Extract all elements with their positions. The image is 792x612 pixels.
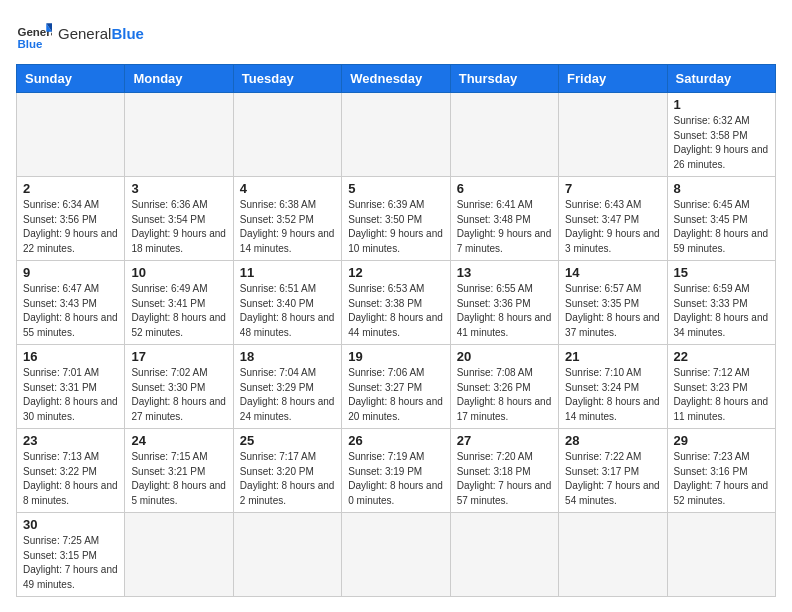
day-info: Sunrise: 7:17 AM Sunset: 3:20 PM Dayligh…	[240, 450, 335, 508]
day-info: Sunrise: 6:38 AM Sunset: 3:52 PM Dayligh…	[240, 198, 335, 256]
day-info: Sunrise: 6:51 AM Sunset: 3:40 PM Dayligh…	[240, 282, 335, 340]
week-row-1: 2Sunrise: 6:34 AM Sunset: 3:56 PM Daylig…	[17, 177, 776, 261]
day-number: 17	[131, 349, 226, 364]
day-cell: 5Sunrise: 6:39 AM Sunset: 3:50 PM Daylig…	[342, 177, 450, 261]
weekday-header-friday: Friday	[559, 65, 667, 93]
day-cell	[125, 93, 233, 177]
day-info: Sunrise: 6:43 AM Sunset: 3:47 PM Dayligh…	[565, 198, 660, 256]
day-info: Sunrise: 6:39 AM Sunset: 3:50 PM Dayligh…	[348, 198, 443, 256]
day-number: 15	[674, 265, 769, 280]
day-number: 4	[240, 181, 335, 196]
logo: General Blue GeneralBlue	[16, 16, 144, 52]
day-info: Sunrise: 7:04 AM Sunset: 3:29 PM Dayligh…	[240, 366, 335, 424]
week-row-0: 1Sunrise: 6:32 AM Sunset: 3:58 PM Daylig…	[17, 93, 776, 177]
day-number: 14	[565, 265, 660, 280]
day-info: Sunrise: 7:06 AM Sunset: 3:27 PM Dayligh…	[348, 366, 443, 424]
weekday-header-row: SundayMondayTuesdayWednesdayThursdayFrid…	[17, 65, 776, 93]
day-number: 24	[131, 433, 226, 448]
day-info: Sunrise: 7:12 AM Sunset: 3:23 PM Dayligh…	[674, 366, 769, 424]
day-info: Sunrise: 6:41 AM Sunset: 3:48 PM Dayligh…	[457, 198, 552, 256]
day-info: Sunrise: 7:22 AM Sunset: 3:17 PM Dayligh…	[565, 450, 660, 508]
day-number: 13	[457, 265, 552, 280]
day-cell: 8Sunrise: 6:45 AM Sunset: 3:45 PM Daylig…	[667, 177, 775, 261]
week-row-2: 9Sunrise: 6:47 AM Sunset: 3:43 PM Daylig…	[17, 261, 776, 345]
day-cell: 15Sunrise: 6:59 AM Sunset: 3:33 PM Dayli…	[667, 261, 775, 345]
day-cell: 25Sunrise: 7:17 AM Sunset: 3:20 PM Dayli…	[233, 429, 341, 513]
calendar-table: SundayMondayTuesdayWednesdayThursdayFrid…	[16, 64, 776, 597]
day-cell: 21Sunrise: 7:10 AM Sunset: 3:24 PM Dayli…	[559, 345, 667, 429]
day-number: 27	[457, 433, 552, 448]
day-info: Sunrise: 6:53 AM Sunset: 3:38 PM Dayligh…	[348, 282, 443, 340]
day-info: Sunrise: 6:47 AM Sunset: 3:43 PM Dayligh…	[23, 282, 118, 340]
day-cell	[450, 93, 558, 177]
svg-text:Blue: Blue	[17, 38, 43, 50]
day-cell: 7Sunrise: 6:43 AM Sunset: 3:47 PM Daylig…	[559, 177, 667, 261]
week-row-5: 30Sunrise: 7:25 AM Sunset: 3:15 PM Dayli…	[17, 513, 776, 597]
day-number: 9	[23, 265, 118, 280]
day-number: 23	[23, 433, 118, 448]
day-info: Sunrise: 6:34 AM Sunset: 3:56 PM Dayligh…	[23, 198, 118, 256]
day-cell	[667, 513, 775, 597]
day-cell: 10Sunrise: 6:49 AM Sunset: 3:41 PM Dayli…	[125, 261, 233, 345]
day-cell: 3Sunrise: 6:36 AM Sunset: 3:54 PM Daylig…	[125, 177, 233, 261]
day-number: 28	[565, 433, 660, 448]
day-number: 8	[674, 181, 769, 196]
day-info: Sunrise: 7:13 AM Sunset: 3:22 PM Dayligh…	[23, 450, 118, 508]
day-number: 3	[131, 181, 226, 196]
day-cell: 20Sunrise: 7:08 AM Sunset: 3:26 PM Dayli…	[450, 345, 558, 429]
day-cell: 16Sunrise: 7:01 AM Sunset: 3:31 PM Dayli…	[17, 345, 125, 429]
day-cell: 1Sunrise: 6:32 AM Sunset: 3:58 PM Daylig…	[667, 93, 775, 177]
logo-icon: General Blue	[16, 16, 52, 52]
day-cell: 23Sunrise: 7:13 AM Sunset: 3:22 PM Dayli…	[17, 429, 125, 513]
day-cell: 28Sunrise: 7:22 AM Sunset: 3:17 PM Dayli…	[559, 429, 667, 513]
day-cell: 30Sunrise: 7:25 AM Sunset: 3:15 PM Dayli…	[17, 513, 125, 597]
day-cell: 6Sunrise: 6:41 AM Sunset: 3:48 PM Daylig…	[450, 177, 558, 261]
day-cell	[233, 513, 341, 597]
day-cell: 13Sunrise: 6:55 AM Sunset: 3:36 PM Dayli…	[450, 261, 558, 345]
day-info: Sunrise: 7:01 AM Sunset: 3:31 PM Dayligh…	[23, 366, 118, 424]
day-info: Sunrise: 6:36 AM Sunset: 3:54 PM Dayligh…	[131, 198, 226, 256]
day-number: 1	[674, 97, 769, 112]
day-info: Sunrise: 6:49 AM Sunset: 3:41 PM Dayligh…	[131, 282, 226, 340]
day-cell: 14Sunrise: 6:57 AM Sunset: 3:35 PM Dayli…	[559, 261, 667, 345]
day-info: Sunrise: 7:20 AM Sunset: 3:18 PM Dayligh…	[457, 450, 552, 508]
day-cell	[342, 513, 450, 597]
day-cell	[559, 513, 667, 597]
day-info: Sunrise: 7:15 AM Sunset: 3:21 PM Dayligh…	[131, 450, 226, 508]
day-number: 21	[565, 349, 660, 364]
day-cell	[342, 93, 450, 177]
day-number: 2	[23, 181, 118, 196]
day-cell: 11Sunrise: 6:51 AM Sunset: 3:40 PM Dayli…	[233, 261, 341, 345]
day-cell: 18Sunrise: 7:04 AM Sunset: 3:29 PM Dayli…	[233, 345, 341, 429]
day-number: 18	[240, 349, 335, 364]
day-cell: 26Sunrise: 7:19 AM Sunset: 3:19 PM Dayli…	[342, 429, 450, 513]
day-info: Sunrise: 7:23 AM Sunset: 3:16 PM Dayligh…	[674, 450, 769, 508]
weekday-header-thursday: Thursday	[450, 65, 558, 93]
day-cell: 9Sunrise: 6:47 AM Sunset: 3:43 PM Daylig…	[17, 261, 125, 345]
day-cell	[125, 513, 233, 597]
week-row-4: 23Sunrise: 7:13 AM Sunset: 3:22 PM Dayli…	[17, 429, 776, 513]
day-number: 25	[240, 433, 335, 448]
day-info: Sunrise: 6:59 AM Sunset: 3:33 PM Dayligh…	[674, 282, 769, 340]
day-info: Sunrise: 7:08 AM Sunset: 3:26 PM Dayligh…	[457, 366, 552, 424]
day-number: 20	[457, 349, 552, 364]
day-cell: 4Sunrise: 6:38 AM Sunset: 3:52 PM Daylig…	[233, 177, 341, 261]
day-info: Sunrise: 7:10 AM Sunset: 3:24 PM Dayligh…	[565, 366, 660, 424]
day-number: 7	[565, 181, 660, 196]
weekday-header-monday: Monday	[125, 65, 233, 93]
logo-blue: Blue	[111, 25, 144, 42]
day-cell: 17Sunrise: 7:02 AM Sunset: 3:30 PM Dayli…	[125, 345, 233, 429]
day-cell: 19Sunrise: 7:06 AM Sunset: 3:27 PM Dayli…	[342, 345, 450, 429]
day-cell	[559, 93, 667, 177]
page-header: General Blue GeneralBlue	[16, 16, 776, 52]
day-info: Sunrise: 6:57 AM Sunset: 3:35 PM Dayligh…	[565, 282, 660, 340]
weekday-header-tuesday: Tuesday	[233, 65, 341, 93]
day-cell	[233, 93, 341, 177]
day-number: 10	[131, 265, 226, 280]
day-info: Sunrise: 6:45 AM Sunset: 3:45 PM Dayligh…	[674, 198, 769, 256]
weekday-header-wednesday: Wednesday	[342, 65, 450, 93]
day-info: Sunrise: 6:32 AM Sunset: 3:58 PM Dayligh…	[674, 114, 769, 172]
week-row-3: 16Sunrise: 7:01 AM Sunset: 3:31 PM Dayli…	[17, 345, 776, 429]
weekday-header-saturday: Saturday	[667, 65, 775, 93]
day-number: 16	[23, 349, 118, 364]
